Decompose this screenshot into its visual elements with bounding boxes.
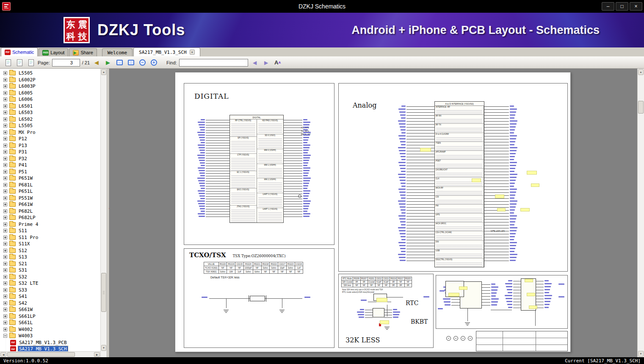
expand-icon[interactable] (3, 163, 7, 167)
expand-icon[interactable] (3, 229, 7, 233)
sidebar-vertical-scrollbar[interactable]: ▲ ▼ (100, 69, 107, 357)
tree-item[interactable]: P651W (0, 175, 100, 182)
expand-icon[interactable] (3, 196, 7, 200)
tree-item[interactable]: S32 LTE (0, 280, 100, 287)
minimize-button[interactable]: – (602, 2, 614, 11)
expand-icon[interactable] (3, 104, 7, 108)
expand-icon[interactable] (3, 275, 7, 279)
expand-icon[interactable] (3, 222, 7, 226)
expand-icon[interactable] (3, 249, 7, 253)
tree-item[interactable]: S33 (0, 287, 100, 294)
tree-item[interactable]: L6501 (0, 103, 100, 110)
expand-icon[interactable] (3, 209, 7, 213)
find-next-icon[interactable]: ▶ (262, 58, 271, 67)
scroll-right-icon[interactable]: ▶ (94, 352, 100, 357)
expand-icon[interactable] (3, 71, 7, 75)
previous-page-icon[interactable]: ◀ (92, 58, 101, 67)
sidebar-horizontal-scrollbar[interactable]: ◀ ▶ (0, 351, 100, 357)
expand-icon[interactable] (3, 308, 7, 311)
tree-item[interactable]: P32 (0, 156, 100, 162)
expand-icon[interactable] (3, 236, 7, 239)
tree-item[interactable]: S41 (0, 293, 100, 300)
scroll-up-icon[interactable]: ▲ (101, 69, 106, 75)
expand-icon[interactable] (3, 268, 7, 272)
tab-layout[interactable]: PADS Layout (39, 48, 68, 56)
expand-icon[interactable] (3, 301, 7, 305)
expand-icon[interactable] (3, 170, 7, 174)
tree-item[interactable]: S12 (0, 247, 100, 254)
tree-item[interactable]: S32 (0, 274, 100, 281)
maximize-button[interactable]: □ (616, 2, 628, 11)
tree-item[interactable]: S11X (0, 241, 100, 247)
tree-item[interactable]: P12 (0, 136, 100, 142)
match-case-icon[interactable]: AA (273, 58, 282, 67)
tree-item[interactable]: P681L (0, 182, 100, 189)
expand-icon[interactable] (3, 144, 7, 147)
tree-item[interactable]: S42 (0, 300, 100, 307)
doc-tab-welcome[interactable]: Welcome (102, 48, 133, 56)
expand-icon[interactable] (3, 216, 7, 220)
tab-share[interactable]: Share (69, 48, 97, 56)
tree-item[interactable]: L5505 (0, 122, 100, 129)
expand-icon[interactable] (3, 91, 7, 95)
page-mode-icon-1[interactable] (3, 58, 13, 67)
tree-item[interactable]: S31 (0, 267, 100, 274)
expand-icon[interactable] (3, 131, 7, 134)
scrollbar-thumb[interactable] (638, 101, 644, 114)
expand-icon[interactable] (3, 203, 7, 206)
tree-item[interactable]: P13 (0, 142, 100, 149)
tree-item[interactable]: P682L (0, 208, 100, 215)
page-mode-icon-3[interactable] (26, 58, 36, 67)
expand-icon[interactable] (3, 111, 7, 114)
expand-icon[interactable] (3, 242, 7, 246)
zoom-in-icon[interactable]: + (149, 58, 158, 67)
tree-item[interactable]: P31 (0, 149, 100, 156)
expand-icon[interactable] (3, 183, 7, 187)
tab-schematic[interactable]: PDF Schematic (1, 47, 38, 56)
tree-item[interactable]: Prime 4 (0, 221, 100, 228)
scrollbar-thumb[interactable] (101, 273, 106, 312)
tree-item[interactable]: S661LP (0, 313, 100, 320)
expand-icon[interactable] (3, 189, 7, 193)
fit-width-icon[interactable]: ↔ (115, 58, 124, 67)
tree-item[interactable]: P682LP (0, 214, 100, 221)
tree-item[interactable]: P551W (0, 195, 100, 202)
expand-icon[interactable] (3, 328, 7, 331)
tree-item[interactable]: P651L (0, 188, 100, 195)
tree-item[interactable]: W4003 (0, 333, 100, 339)
expand-icon[interactable] (3, 137, 7, 141)
expand-icon[interactable] (3, 295, 7, 298)
tree-item[interactable]: L6005 (0, 90, 100, 97)
expand-icon[interactable] (3, 78, 7, 82)
page-number-input[interactable] (52, 59, 80, 67)
scroll-up-icon[interactable]: ▲ (638, 69, 644, 75)
tree-item[interactable]: P661W (0, 201, 100, 208)
close-tab-icon[interactable]: × (190, 50, 195, 55)
tree-item[interactable]: PDFSA217_MB_V1.3_SCH (0, 346, 100, 351)
tree-item[interactable]: S13 (0, 254, 100, 261)
expand-icon[interactable] (3, 124, 7, 128)
scroll-down-icon[interactable]: ▼ (638, 351, 644, 357)
zoom-out-icon[interactable]: − (138, 58, 147, 67)
expand-icon[interactable] (3, 314, 7, 318)
scroll-left-icon[interactable]: ◀ (0, 352, 6, 357)
expand-icon[interactable] (3, 157, 7, 161)
tree-item[interactable]: PDFSA217_MB_V1.3_PCB (0, 339, 100, 346)
expand-icon[interactable] (3, 262, 7, 266)
collapse-icon[interactable] (3, 334, 7, 338)
doc-tab-sa217-sch[interactable]: SA217_MB_V1.3_SCH × (133, 47, 200, 56)
tree-item[interactable]: L5505 (0, 70, 100, 77)
expand-icon[interactable] (3, 255, 7, 259)
tree-item[interactable]: L6003P (0, 83, 100, 90)
expand-icon[interactable] (3, 288, 7, 292)
tree-item[interactable]: S661W (0, 306, 100, 313)
tree-item[interactable]: L6503 (0, 109, 100, 116)
tree-item[interactable]: S11 (0, 228, 100, 234)
page-mode-icon-2[interactable] (15, 58, 24, 67)
tree-item[interactable]: P51 (0, 169, 100, 175)
expand-icon[interactable] (3, 321, 7, 325)
expand-icon[interactable] (3, 176, 7, 180)
tree-item[interactable]: S661L (0, 320, 100, 326)
tree-item[interactable]: L6002P (0, 77, 100, 83)
scrollbar-thumb[interactable] (7, 352, 75, 357)
